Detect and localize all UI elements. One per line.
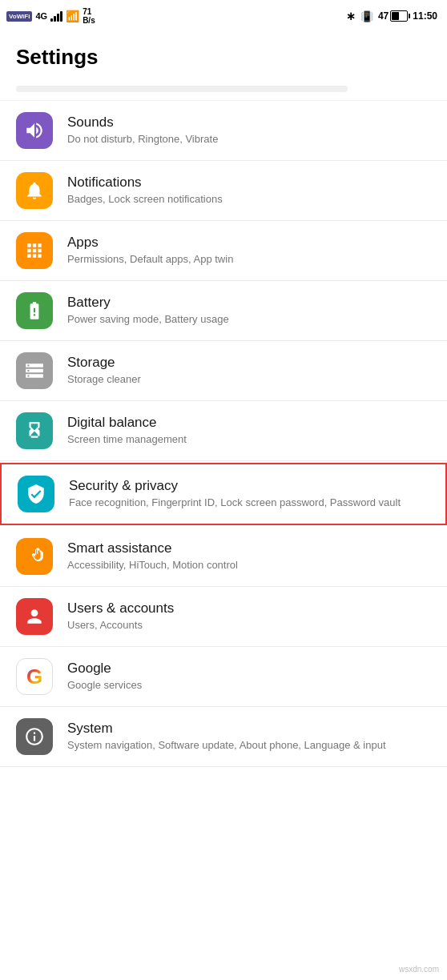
- vowifi-indicator: VoWiFi: [6, 11, 32, 22]
- storage-title: Storage: [67, 355, 431, 371]
- status-left: VoWiFi 4G 📶 71B/s: [6, 7, 95, 25]
- settings-item-google[interactable]: G Google Google services: [0, 647, 447, 707]
- settings-item-system[interactable]: System System navigation, Software updat…: [0, 707, 447, 767]
- info-icon: [24, 726, 45, 747]
- wifi-icon: 📶: [66, 10, 79, 22]
- sounds-subtitle: Do not disturb, Ringtone, Vibrate: [67, 133, 431, 147]
- sounds-title: Sounds: [67, 114, 431, 131]
- settings-item-battery[interactable]: Battery Power saving mode, Battery usage: [0, 281, 447, 341]
- settings-item-apps[interactable]: Apps Permissions, Default apps, App twin: [0, 221, 447, 281]
- network-type: 4G: [35, 11, 47, 21]
- storage-icon-wrapper: [16, 352, 53, 389]
- battery-charging-icon: [24, 300, 45, 321]
- google-subtitle: Google services: [67, 679, 431, 693]
- battery-fill: [392, 12, 398, 20]
- notifications-text: Notifications Badges, Lock screen notifi…: [67, 175, 431, 207]
- battery-title: Battery: [67, 295, 431, 311]
- security-privacy-title: Security & privacy: [69, 478, 429, 494]
- settings-item-security-privacy[interactable]: Security & privacy Face recognition, Fin…: [0, 463, 447, 525]
- apps-subtitle: Permissions, Default apps, App twin: [67, 253, 431, 267]
- users-accounts-title: Users & accounts: [67, 600, 431, 617]
- smart-assistance-text: Smart assistance Accessibility, HiTouch,…: [67, 540, 431, 572]
- clock: 11:50: [413, 10, 437, 22]
- settings-item-smart-assistance[interactable]: Smart assistance Accessibility, HiTouch,…: [0, 527, 447, 587]
- security-icon-wrapper: [18, 476, 54, 512]
- users-accounts-subtitle: Users, Accounts: [67, 619, 431, 633]
- apps-icon-wrapper: [16, 232, 53, 269]
- status-bar: VoWiFi 4G 📶 71B/s ∗ 📳 47 11:50: [0, 0, 447, 32]
- bell-icon: [24, 180, 45, 201]
- digital-balance-text: Digital balance Screen time management: [67, 415, 431, 447]
- apps-text: Apps Permissions, Default apps, App twin: [67, 235, 431, 267]
- smart-assistance-subtitle: Accessibility, HiTouch, Motion control: [67, 559, 431, 572]
- settings-list: Sounds Do not disturb, Ringtone, Vibrate…: [0, 101, 447, 767]
- battery-subtitle: Power saving mode, Battery usage: [67, 313, 431, 327]
- battery-wrapper: 47: [378, 10, 408, 22]
- google-text: Google Google services: [67, 661, 431, 693]
- battery-icon: [390, 10, 408, 22]
- speed-indicator: 71B/s: [83, 7, 95, 25]
- sound-icon: [24, 120, 45, 141]
- battery-icon-wrapper: [16, 292, 53, 329]
- settings-item-digital-balance[interactable]: Digital balance Screen time management: [0, 401, 447, 461]
- settings-item-sounds[interactable]: Sounds Do not disturb, Ringtone, Vibrate: [0, 101, 447, 161]
- person-icon: [24, 606, 45, 627]
- battery-text: Battery Power saving mode, Battery usage: [67, 295, 431, 327]
- system-title: System: [67, 721, 431, 737]
- users-accounts-icon-wrapper: [16, 598, 53, 635]
- vibrate-icon: 📳: [360, 10, 373, 22]
- google-icon-wrapper: G: [16, 658, 53, 695]
- settings-item-storage[interactable]: Storage Storage cleaner: [0, 341, 447, 401]
- apps-title: Apps: [67, 235, 431, 251]
- status-right: ∗ 📳 47 11:50: [346, 10, 437, 22]
- bluetooth-icon: ∗: [346, 10, 356, 22]
- hourglass-icon: [24, 420, 45, 441]
- system-text: System System navigation, Software updat…: [67, 721, 431, 753]
- partial-scrolled-item: [0, 78, 447, 101]
- battery-percent: 47: [378, 10, 389, 22]
- users-accounts-text: Users & accounts Users, Accounts: [67, 600, 431, 633]
- digital-balance-subtitle: Screen time management: [67, 433, 431, 447]
- storage-text: Storage Storage cleaner: [67, 355, 431, 387]
- hand-icon: [24, 546, 45, 567]
- notifications-title: Notifications: [67, 175, 431, 191]
- system-subtitle: System navigation, Software update, Abou…: [67, 739, 431, 753]
- page-title: Settings: [0, 32, 447, 78]
- settings-item-notifications[interactable]: Notifications Badges, Lock screen notifi…: [0, 161, 447, 221]
- sounds-text: Sounds Do not disturb, Ringtone, Vibrate: [67, 114, 431, 147]
- signal-bars: [50, 10, 62, 22]
- notifications-icon-wrapper: [16, 172, 53, 209]
- shield-icon: [26, 484, 46, 504]
- storage-subtitle: Storage cleaner: [67, 373, 431, 387]
- smart-assistance-title: Smart assistance: [67, 540, 431, 556]
- watermark: wsxdn.com: [399, 965, 439, 974]
- system-icon-wrapper: [16, 718, 53, 755]
- settings-item-users-accounts[interactable]: Users & accounts Users, Accounts: [0, 587, 447, 647]
- security-privacy-text: Security & privacy Face recognition, Fin…: [69, 478, 429, 510]
- google-icon: G: [26, 665, 42, 689]
- digital-balance-icon-wrapper: [16, 412, 53, 449]
- notifications-subtitle: Badges, Lock screen notifications: [67, 193, 431, 207]
- storage-icon: [24, 360, 45, 381]
- digital-balance-title: Digital balance: [67, 415, 431, 431]
- apps-icon: [24, 240, 45, 261]
- security-privacy-subtitle: Face recognition, Fingerprint ID, Lock s…: [69, 496, 429, 510]
- smart-assistance-icon-wrapper: [16, 538, 53, 575]
- google-title: Google: [67, 661, 431, 677]
- sounds-icon-wrapper: [16, 112, 53, 149]
